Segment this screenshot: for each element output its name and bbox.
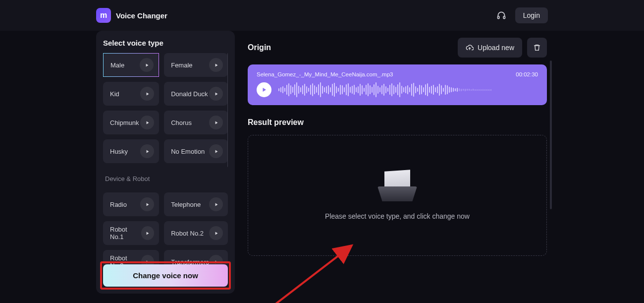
audio-file-name: Selena_Gomez_-_My_Mind_Me_CeeNaija.com_.… bbox=[257, 71, 393, 77]
voice-card[interactable]: Donald Duck bbox=[164, 82, 228, 106]
trash-icon bbox=[533, 44, 541, 52]
voice-label: Donald Duck bbox=[171, 90, 208, 98]
voice-label: Kid bbox=[110, 90, 119, 98]
upload-new-label: Upload new bbox=[478, 44, 514, 52]
voice-card[interactable]: Chorus bbox=[164, 111, 228, 134]
voice-label: Chorus bbox=[171, 119, 192, 126]
origin-audio-card: Selena_Gomez_-_My_Mind_Me_CeeNaija.com_.… bbox=[248, 64, 547, 105]
play-icon[interactable] bbox=[209, 226, 223, 240]
play-icon[interactable] bbox=[209, 87, 223, 101]
play-button[interactable] bbox=[257, 82, 271, 97]
voice-label: Female bbox=[171, 61, 192, 69]
voice-label: No Emotion bbox=[171, 148, 205, 155]
voice-label: Male bbox=[110, 61, 124, 69]
result-title: Result preview bbox=[248, 118, 547, 127]
voice-card[interactable]: Chipmunk bbox=[103, 111, 159, 134]
sidebar-title: Select voice type bbox=[103, 39, 228, 47]
voice-card[interactable]: No Emotion bbox=[164, 139, 228, 163]
svg-rect-0 bbox=[497, 16, 499, 19]
audio-duration: 00:02:30 bbox=[516, 71, 538, 77]
result-preview-box: Please select voice type, and click chan… bbox=[248, 135, 547, 256]
play-icon[interactable] bbox=[209, 197, 223, 211]
result-placeholder-text: Please select voice type, and click chan… bbox=[325, 212, 470, 220]
voice-card[interactable]: Radio bbox=[103, 192, 159, 216]
top-bar: m Voice Changer Login bbox=[0, 0, 644, 31]
voice-card[interactable]: Robot No.2 bbox=[164, 221, 228, 245]
voice-label: Radio bbox=[110, 201, 127, 208]
play-icon[interactable] bbox=[141, 226, 155, 240]
change-voice-button[interactable]: Change voice now bbox=[103, 264, 228, 287]
voice-sidebar: Select voice type MaleFemaleKidDonald Du… bbox=[96, 31, 235, 294]
delete-button[interactable] bbox=[527, 38, 547, 58]
scrollbar[interactable] bbox=[550, 61, 552, 209]
play-icon[interactable] bbox=[140, 197, 154, 211]
voice-card[interactable]: Female bbox=[164, 53, 228, 77]
svg-rect-1 bbox=[503, 16, 505, 19]
voice-label: Robot No.1 bbox=[110, 226, 141, 241]
play-icon[interactable] bbox=[140, 87, 154, 101]
voice-card[interactable]: Kid bbox=[103, 82, 159, 106]
voice-card[interactable]: Robot No.1 bbox=[103, 221, 159, 245]
headset-icon[interactable] bbox=[492, 6, 510, 24]
voice-label: Chipmunk bbox=[110, 119, 139, 126]
play-icon[interactable] bbox=[209, 116, 223, 129]
play-icon[interactable] bbox=[209, 144, 223, 158]
play-icon[interactable] bbox=[209, 58, 223, 72]
voice-label: Robot No.2 bbox=[171, 230, 204, 237]
empty-inbox-icon bbox=[377, 171, 417, 201]
login-button[interactable]: Login bbox=[515, 7, 548, 23]
voice-label: Telephone bbox=[171, 201, 201, 208]
play-icon[interactable] bbox=[140, 116, 154, 129]
waveform[interactable] bbox=[278, 81, 538, 98]
voice-card[interactable]: Male bbox=[103, 53, 159, 77]
voice-card[interactable]: Telephone bbox=[164, 192, 228, 216]
origin-title: Origin bbox=[248, 43, 271, 52]
voice-card[interactable]: Husky bbox=[103, 139, 159, 163]
cta-highlight-box: Change voice now bbox=[100, 261, 231, 290]
voice-label: Husky bbox=[110, 148, 128, 155]
play-icon[interactable] bbox=[140, 144, 154, 158]
voice-list: MaleFemaleKidDonald DuckChipmunkChorusHu… bbox=[103, 53, 228, 287]
main-panel: Origin Upload new Selena_Gomez_-_My_Mind… bbox=[248, 31, 547, 303]
app-title: Voice Changer bbox=[116, 11, 167, 20]
voice-group-label: Device & Robot bbox=[105, 175, 228, 182]
cloud-upload-icon bbox=[466, 44, 474, 52]
upload-new-button[interactable]: Upload new bbox=[458, 38, 522, 58]
app-logo: m bbox=[96, 8, 111, 23]
play-icon[interactable] bbox=[140, 58, 154, 72]
